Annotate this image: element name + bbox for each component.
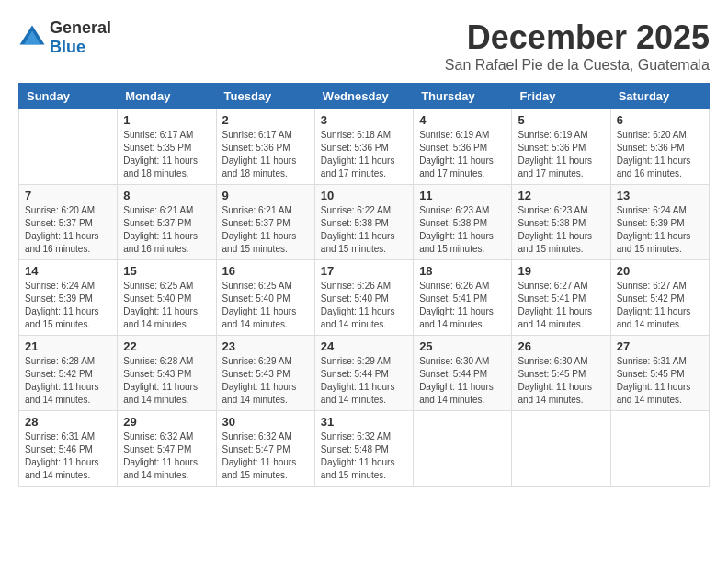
header-thursday: Thursday (414, 84, 512, 109)
table-row: 25 Sunrise: 6:30 AM Sunset: 5:44 PM Dayl… (414, 336, 512, 411)
table-row: 17 Sunrise: 6:26 AM Sunset: 5:40 PM Dayl… (314, 260, 413, 336)
logo-blue-text: Blue (50, 38, 85, 56)
daylight-text: Daylight: 11 hours and 17 minutes. (321, 155, 395, 178)
daylight-text: Daylight: 11 hours and 14 minutes. (321, 382, 395, 405)
day-number: 22 (123, 339, 210, 353)
daylight-text: Daylight: 11 hours and 15 minutes. (222, 457, 297, 480)
sunset-text: Sunset: 5:48 PM (321, 444, 389, 454)
sunrise-text: Sunrise: 6:26 AM (419, 281, 489, 291)
day-number: 5 (518, 113, 604, 127)
sunrise-text: Sunrise: 6:28 AM (123, 356, 193, 366)
day-number: 19 (518, 264, 604, 278)
sunrise-text: Sunrise: 6:27 AM (518, 281, 587, 291)
day-number: 15 (123, 264, 210, 278)
day-info: Sunrise: 6:32 AM Sunset: 5:47 PM Dayligh… (222, 431, 309, 482)
sunrise-text: Sunrise: 6:32 AM (321, 431, 391, 442)
day-info: Sunrise: 6:25 AM Sunset: 5:40 PM Dayligh… (222, 280, 309, 331)
day-number: 14 (25, 264, 111, 278)
sunrise-text: Sunrise: 6:19 AM (419, 130, 489, 140)
sunset-text: Sunset: 5:35 PM (123, 143, 191, 153)
sunrise-text: Sunrise: 6:26 AM (321, 281, 391, 291)
day-info: Sunrise: 6:27 AM Sunset: 5:42 PM Dayligh… (617, 280, 703, 331)
daylight-text: Daylight: 11 hours and 14 minutes. (222, 306, 297, 329)
day-info: Sunrise: 6:32 AM Sunset: 5:47 PM Dayligh… (123, 431, 210, 482)
daylight-text: Daylight: 11 hours and 14 minutes. (222, 382, 297, 405)
sunrise-text: Sunrise: 6:25 AM (222, 281, 292, 291)
sunset-text: Sunset: 5:41 PM (419, 293, 487, 304)
day-info: Sunrise: 6:20 AM Sunset: 5:37 PM Dayligh… (25, 204, 111, 256)
table-row: 1 Sunrise: 6:17 AM Sunset: 5:35 PM Dayli… (118, 109, 216, 185)
sunset-text: Sunset: 5:39 PM (617, 218, 685, 228)
day-info: Sunrise: 6:24 AM Sunset: 5:39 PM Dayligh… (617, 204, 703, 256)
daylight-text: Daylight: 11 hours and 14 minutes. (617, 306, 691, 329)
sunset-text: Sunset: 5:38 PM (518, 218, 586, 228)
daylight-text: Daylight: 11 hours and 15 minutes. (222, 231, 297, 254)
day-number: 29 (123, 415, 210, 429)
table-row: 19 Sunrise: 6:27 AM Sunset: 5:41 PM Dayl… (512, 260, 610, 336)
table-row: 28 Sunrise: 6:31 AM Sunset: 5:46 PM Dayl… (19, 411, 118, 487)
sunset-text: Sunset: 5:45 PM (518, 369, 586, 379)
logo-icon (18, 24, 46, 52)
location-title: San Rafael Pie de la Cuesta, Guatemala (445, 57, 710, 74)
sunrise-text: Sunrise: 6:21 AM (123, 205, 193, 215)
sunrise-text: Sunrise: 6:25 AM (123, 281, 193, 291)
day-info: Sunrise: 6:28 AM Sunset: 5:43 PM Dayligh… (123, 355, 210, 407)
day-info: Sunrise: 6:23 AM Sunset: 5:38 PM Dayligh… (419, 204, 506, 256)
day-info: Sunrise: 6:26 AM Sunset: 5:40 PM Dayligh… (321, 280, 407, 331)
day-number: 16 (222, 264, 309, 278)
sunrise-text: Sunrise: 6:22 AM (321, 205, 391, 215)
day-info: Sunrise: 6:20 AM Sunset: 5:36 PM Dayligh… (617, 129, 703, 180)
day-number: 31 (321, 415, 407, 429)
sunset-text: Sunset: 5:42 PM (617, 293, 685, 304)
table-row: 18 Sunrise: 6:26 AM Sunset: 5:41 PM Dayl… (414, 260, 512, 336)
table-row (512, 411, 610, 487)
sunset-text: Sunset: 5:41 PM (518, 293, 586, 304)
sunrise-text: Sunrise: 6:28 AM (25, 356, 95, 366)
sunset-text: Sunset: 5:40 PM (123, 293, 191, 304)
logo: General Blue (18, 18, 111, 57)
sunset-text: Sunset: 5:37 PM (25, 218, 93, 228)
month-title: December 2025 (445, 18, 710, 57)
day-info: Sunrise: 6:21 AM Sunset: 5:37 PM Dayligh… (123, 204, 210, 256)
day-info: Sunrise: 6:25 AM Sunset: 5:40 PM Dayligh… (123, 280, 210, 331)
sunset-text: Sunset: 5:44 PM (321, 369, 389, 379)
table-row: 14 Sunrise: 6:24 AM Sunset: 5:39 PM Dayl… (19, 260, 118, 336)
sunset-text: Sunset: 5:47 PM (222, 444, 290, 454)
calendar-table: Sunday Monday Tuesday Wednesday Thursday… (18, 83, 710, 487)
day-number: 8 (123, 189, 210, 202)
sunset-text: Sunset: 5:36 PM (321, 143, 389, 153)
day-number: 30 (222, 415, 309, 429)
daylight-text: Daylight: 11 hours and 17 minutes. (518, 155, 592, 178)
table-row: 31 Sunrise: 6:32 AM Sunset: 5:48 PM Dayl… (314, 411, 413, 487)
sunrise-text: Sunrise: 6:17 AM (222, 130, 292, 140)
sunset-text: Sunset: 5:46 PM (25, 444, 93, 454)
day-number: 20 (617, 264, 703, 278)
daylight-text: Daylight: 11 hours and 15 minutes. (321, 231, 395, 254)
sunset-text: Sunset: 5:36 PM (518, 143, 586, 153)
table-row: 23 Sunrise: 6:29 AM Sunset: 5:43 PM Dayl… (216, 336, 314, 411)
day-info: Sunrise: 6:17 AM Sunset: 5:35 PM Dayligh… (123, 129, 210, 180)
table-row: 10 Sunrise: 6:22 AM Sunset: 5:38 PM Dayl… (314, 185, 413, 260)
day-info: Sunrise: 6:28 AM Sunset: 5:42 PM Dayligh… (25, 355, 111, 407)
daylight-text: Daylight: 11 hours and 15 minutes. (25, 306, 99, 329)
sunrise-text: Sunrise: 6:30 AM (518, 356, 587, 366)
daylight-text: Daylight: 11 hours and 15 minutes. (518, 231, 592, 254)
day-info: Sunrise: 6:31 AM Sunset: 5:45 PM Dayligh… (617, 355, 703, 407)
daylight-text: Daylight: 11 hours and 15 minutes. (321, 457, 395, 480)
day-number: 25 (419, 339, 506, 353)
day-number: 2 (222, 113, 309, 127)
day-number: 21 (25, 339, 111, 353)
sunrise-text: Sunrise: 6:19 AM (518, 130, 587, 140)
daylight-text: Daylight: 11 hours and 18 minutes. (222, 155, 297, 178)
day-number: 26 (518, 339, 604, 353)
header-friday: Friday (512, 84, 610, 109)
calendar-week-row: 7 Sunrise: 6:20 AM Sunset: 5:37 PM Dayli… (19, 185, 710, 260)
day-number: 28 (25, 415, 111, 429)
sunrise-text: Sunrise: 6:27 AM (617, 281, 687, 291)
day-number: 1 (123, 113, 210, 127)
sunrise-text: Sunrise: 6:31 AM (25, 431, 95, 442)
day-info: Sunrise: 6:18 AM Sunset: 5:36 PM Dayligh… (321, 129, 407, 180)
daylight-text: Daylight: 11 hours and 14 minutes. (25, 382, 99, 405)
day-number: 10 (321, 189, 407, 202)
day-info: Sunrise: 6:31 AM Sunset: 5:46 PM Dayligh… (25, 431, 111, 482)
